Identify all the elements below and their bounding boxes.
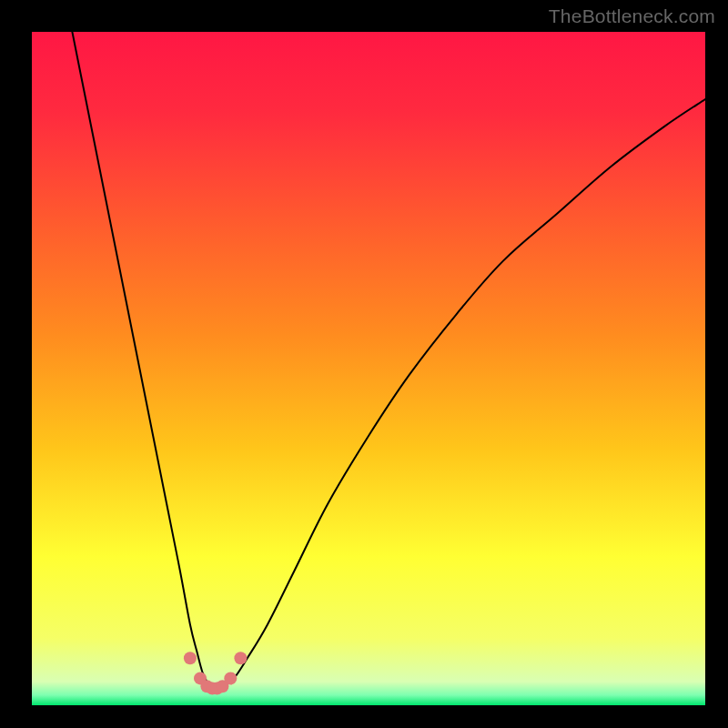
- plot-background: [32, 32, 705, 705]
- dip-marker: [224, 672, 237, 684]
- bottleneck-chart: [32, 32, 705, 705]
- outer-frame: TheBottleneck.com: [0, 0, 728, 728]
- dip-marker: [184, 652, 197, 664]
- watermark-label: TheBottleneck.com: [549, 5, 715, 27]
- dip-marker: [234, 652, 247, 664]
